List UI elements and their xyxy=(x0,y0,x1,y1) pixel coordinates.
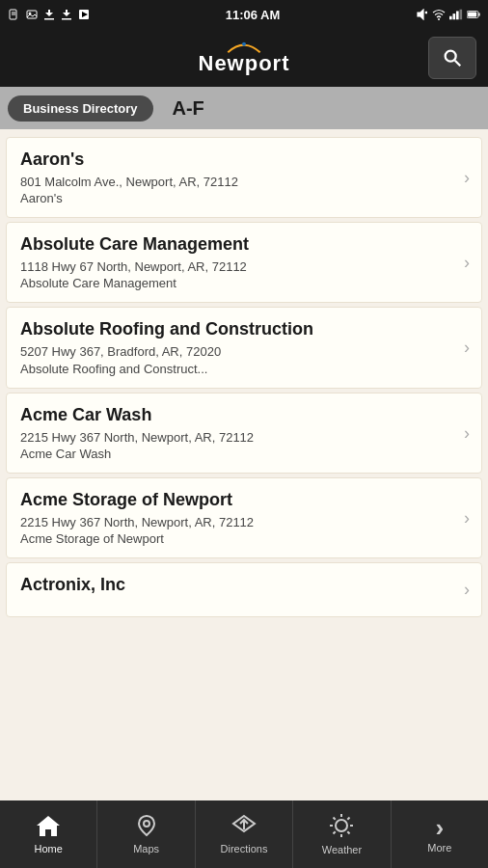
svg-point-28 xyxy=(144,821,149,827)
svg-point-16 xyxy=(438,18,440,20)
svg-rect-22 xyxy=(478,13,479,16)
svg-line-38 xyxy=(334,831,336,833)
svg-rect-10 xyxy=(62,18,71,20)
business-subname: Absolute Roofing and Construct... xyxy=(20,362,443,376)
svg-point-25 xyxy=(446,51,456,62)
search-icon xyxy=(442,47,463,68)
svg-line-26 xyxy=(455,61,461,67)
business-address: 2215 Hwy 367 North, Newport, AR, 72112 xyxy=(20,514,443,531)
business-directory-tab[interactable]: Business Directory xyxy=(8,95,153,122)
svg-point-24 xyxy=(242,42,246,46)
play-icon xyxy=(77,8,91,21)
list-item[interactable]: Absolute Roofing and Construction 5207 H… xyxy=(6,307,482,388)
svg-rect-9 xyxy=(66,10,68,14)
chevron-right-icon: › xyxy=(464,422,470,443)
svg-rect-17 xyxy=(449,16,452,20)
wifi-icon xyxy=(432,8,446,21)
more-icon: › xyxy=(435,815,444,840)
section-bar: Business Directory A-F xyxy=(0,87,488,129)
nav-item-directions[interactable]: Directions xyxy=(196,800,293,868)
nav-item-home[interactable]: Home xyxy=(0,800,97,868)
business-address: 1118 Hwy 67 North, Newport, AR, 72112 xyxy=(20,258,443,276)
download2-icon xyxy=(60,8,73,21)
status-icons xyxy=(8,8,91,21)
business-name: Actronix, Inc xyxy=(20,575,443,595)
business-subname: Aaron's xyxy=(20,191,443,205)
directions-icon xyxy=(231,814,257,841)
chevron-right-icon: › xyxy=(464,253,470,273)
business-name: Absolute Roofing and Construction xyxy=(20,319,443,339)
battery-icon xyxy=(467,8,480,21)
business-subname: Absolute Care Management xyxy=(20,276,443,290)
nav-label-directions: Directions xyxy=(221,843,268,854)
svg-point-30 xyxy=(336,820,347,831)
chevron-right-icon: › xyxy=(464,168,470,188)
file-icon xyxy=(8,8,21,21)
business-name: Aaron's xyxy=(20,149,443,170)
list-item[interactable]: Actronix, Inc › xyxy=(6,562,482,617)
business-subname: Acme Storage of Newport xyxy=(20,531,443,546)
search-button[interactable] xyxy=(428,37,476,79)
business-name: Absolute Care Management xyxy=(20,234,443,255)
svg-rect-23 xyxy=(468,13,476,17)
nav-label-home: Home xyxy=(35,843,63,854)
business-subname: Acme Car Wash xyxy=(20,447,443,461)
svg-rect-19 xyxy=(456,12,459,20)
chevron-right-icon: › xyxy=(464,580,470,600)
svg-line-37 xyxy=(348,818,350,820)
svg-line-35 xyxy=(334,818,336,820)
signal-icon xyxy=(449,8,463,21)
svg-rect-6 xyxy=(48,10,50,14)
list-item[interactable]: Aaron's 801 Malcolm Ave., Newport, AR, 7… xyxy=(6,137,482,218)
logo-arc-icon xyxy=(225,40,263,55)
svg-rect-7 xyxy=(44,18,54,20)
list-item[interactable]: Absolute Care Management 1118 Hwy 67 Nor… xyxy=(6,222,482,303)
list-item[interactable]: Acme Storage of Newport 2215 Hwy 367 Nor… xyxy=(6,477,482,558)
logo: Newport xyxy=(199,40,290,76)
nav-item-more[interactable]: › More xyxy=(392,800,488,868)
business-address: 801 Malcolm Ave., Newport, AR, 72112 xyxy=(20,174,443,191)
nav-item-maps[interactable]: Maps xyxy=(97,800,195,868)
svg-marker-27 xyxy=(37,816,60,836)
svg-marker-13 xyxy=(418,10,423,19)
business-address: 2215 Hwy 367 North, Newport, AR, 72112 xyxy=(20,429,443,447)
right-status-icons xyxy=(415,8,480,21)
nav-label-maps: Maps xyxy=(133,843,159,854)
download1-icon xyxy=(42,8,56,21)
bottom-nav: Home Maps Directions xyxy=(0,800,488,868)
nav-label-more: More xyxy=(427,842,451,854)
business-name: Acme Car Wash xyxy=(20,405,443,425)
svg-rect-18 xyxy=(452,14,455,19)
nav-item-weather[interactable]: Weather xyxy=(293,800,391,868)
app-header: Newport xyxy=(0,29,488,87)
maps-icon xyxy=(136,814,157,841)
svg-rect-20 xyxy=(459,10,462,20)
business-name: Acme Storage of Newport xyxy=(20,490,443,510)
chevron-right-icon: › xyxy=(464,507,470,528)
nav-label-weather: Weather xyxy=(322,844,362,855)
business-list: Aaron's 801 Malcolm Ave., Newport, AR, 7… xyxy=(0,129,488,800)
list-item[interactable]: Acme Car Wash 2215 Hwy 367 North, Newpor… xyxy=(6,393,482,474)
image-icon xyxy=(25,8,39,21)
mute-icon xyxy=(415,8,428,21)
section-title: A-F xyxy=(173,97,204,120)
svg-line-36 xyxy=(348,831,350,833)
home-icon xyxy=(36,814,61,841)
business-address: 5207 Hwy 367, Bradford, AR, 72020 xyxy=(20,343,443,361)
status-bar: 11:06 AM xyxy=(0,0,488,29)
status-time: 11:06 AM xyxy=(226,8,281,22)
weather-icon xyxy=(329,813,354,842)
chevron-right-icon: › xyxy=(464,338,470,358)
